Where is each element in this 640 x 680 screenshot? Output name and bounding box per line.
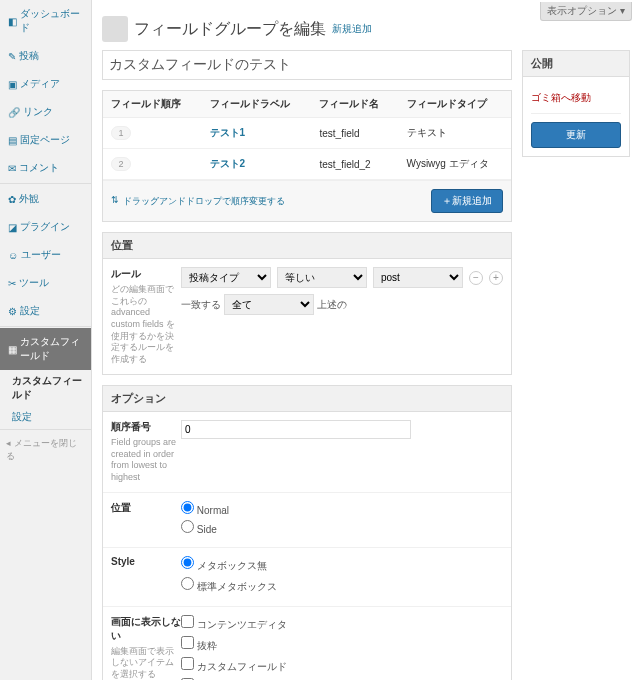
options-heading: オプション — [103, 386, 511, 412]
position-option[interactable]: Side — [181, 520, 503, 535]
menu-label: ユーザー — [21, 248, 61, 262]
main-content: 表示オプション ▾ フィールドグループを編集 新規追加 フィールド順序フィールド… — [92, 0, 640, 680]
field-col-header: フィールドタイプ — [399, 91, 511, 118]
submenu-item[interactable]: 設定 — [0, 406, 91, 428]
menu-item[interactable]: ✿外観 — [0, 185, 91, 213]
hide-option[interactable]: 抜粋 — [181, 636, 503, 653]
drag-icon: ⇅ — [111, 195, 119, 208]
menu-label: プラグイン — [20, 220, 70, 234]
update-button[interactable]: 更新 — [531, 122, 621, 148]
admin-sidebar: ◧ダッシュボード✎投稿▣メディア🔗リンク▤固定ページ✉コメント ✿外観◪プラグイ… — [0, 0, 92, 680]
hide-option[interactable]: コンテンツエディタ — [181, 615, 503, 632]
menu-label: ツール — [19, 276, 49, 290]
rule-desc: どの編集画面でこれらの advanced custom fields を使用する… — [111, 284, 181, 366]
trash-link[interactable]: ゴミ箱へ移動 — [531, 85, 621, 113]
menu-label: 設定 — [20, 304, 40, 318]
menu-item[interactable]: ✉コメント — [0, 154, 91, 182]
menu-icon: ✂ — [8, 278, 16, 289]
style-option[interactable]: 標準メタボックス — [181, 577, 503, 594]
order-desc: Field groups are created in order from l… — [111, 437, 181, 484]
collapse-menu-button[interactable]: ◂ メニューを閉じる — [0, 431, 91, 469]
field-order: 2 — [111, 157, 131, 171]
menu-icon: ◧ — [8, 16, 17, 27]
field-col-header: フィールド名 — [311, 91, 398, 118]
add-field-button[interactable]: ＋新規追加 — [431, 189, 503, 213]
style-option[interactable]: メタボックス無 — [181, 556, 503, 573]
rule-label: ルール — [111, 268, 141, 279]
field-row[interactable]: 2テスト2test_field_2Wysiwyg エディタ — [103, 149, 511, 180]
menu-icon: ✿ — [8, 194, 16, 205]
menu-icon: ▣ — [8, 79, 17, 90]
location-box: 位置 ルールどの編集画面でこれらの advanced custom fields… — [102, 232, 512, 375]
field-type: テキスト — [399, 118, 511, 149]
field-name: test_field — [311, 118, 398, 149]
page-icon — [102, 16, 128, 42]
rule-value-select[interactable]: post — [373, 267, 463, 288]
menu-item[interactable]: ☺ユーザー — [0, 241, 91, 269]
menu-label: カスタムフィールド — [20, 335, 85, 363]
menu-label: 投稿 — [19, 49, 39, 63]
menu-label: 外観 — [19, 192, 39, 206]
field-label-link[interactable]: テスト1 — [210, 127, 246, 138]
rule-add-button[interactable]: + — [489, 271, 503, 285]
menu-icon: ✉ — [8, 163, 16, 174]
menu-custom-fields[interactable]: ▦ カスタムフィールド — [0, 328, 91, 370]
menu-item[interactable]: ⚙設定 — [0, 297, 91, 325]
publish-heading: 公開 — [523, 51, 629, 77]
menu-icon: ✎ — [8, 51, 16, 62]
position-label: 位置 — [111, 501, 181, 539]
publish-box: 公開 ゴミ箱へ移動 更新 — [522, 50, 630, 157]
hide-label: 画面に表示しない — [111, 616, 181, 641]
page-title: フィールドグループを編集 — [134, 19, 326, 40]
menu-item[interactable]: ✎投稿 — [0, 42, 91, 70]
group-title-input[interactable] — [102, 50, 512, 80]
add-new-link[interactable]: 新規追加 — [332, 22, 372, 36]
field-name: test_field_2 — [311, 149, 398, 180]
menu-icon: ▤ — [8, 135, 17, 146]
menu-item[interactable]: 🔗リンク — [0, 98, 91, 126]
field-col-header: フィールド順序 — [103, 91, 202, 118]
menu-item[interactable]: ◧ダッシュボード — [0, 0, 91, 42]
field-col-header: フィールドラベル — [202, 91, 312, 118]
screen-options-toggle[interactable]: 表示オプション ▾ — [540, 2, 632, 21]
order-label: 順序番号 — [111, 421, 151, 432]
position-option[interactable]: Normal — [181, 501, 503, 516]
rule-remove-button[interactable]: − — [469, 271, 483, 285]
field-label-link[interactable]: テスト2 — [210, 158, 246, 169]
match-select[interactable]: 全て — [224, 294, 314, 315]
hide-option[interactable]: カスタムフィールド — [181, 657, 503, 674]
custom-fields-icon: ▦ — [8, 344, 17, 355]
location-heading: 位置 — [103, 233, 511, 259]
field-row[interactable]: 1テスト1test_fieldテキスト — [103, 118, 511, 149]
style-label: Style — [111, 556, 181, 598]
menu-icon: ◪ — [8, 222, 17, 233]
menu-item[interactable]: ✂ツール — [0, 269, 91, 297]
rule-param-select[interactable]: 投稿タイプ — [181, 267, 271, 288]
menu-label: メディア — [20, 77, 60, 91]
field-order: 1 — [111, 126, 131, 140]
drag-hint: ⇅ドラッグアンドドロップで順序変更する — [111, 195, 285, 208]
rule-operator-select[interactable]: 等しい — [277, 267, 367, 288]
menu-label: 固定ページ — [20, 133, 70, 147]
menu-label: ダッシュボード — [20, 7, 85, 35]
menu-icon: ☺ — [8, 250, 18, 261]
field-type: Wysiwyg エディタ — [399, 149, 511, 180]
menu-item[interactable]: ◪プラグイン — [0, 213, 91, 241]
menu-item[interactable]: ▤固定ページ — [0, 126, 91, 154]
options-box: オプション 順序番号Field groups are created in or… — [102, 385, 512, 680]
menu-label: コメント — [19, 161, 59, 175]
menu-icon: ⚙ — [8, 306, 17, 317]
menu-item[interactable]: ▣メディア — [0, 70, 91, 98]
fields-box: フィールド順序フィールドラベルフィールド名フィールドタイプ 1テスト1test_… — [102, 90, 512, 222]
menu-icon: 🔗 — [8, 107, 20, 118]
submenu-item[interactable]: カスタムフィールド — [0, 370, 91, 406]
menu-label: リンク — [23, 105, 53, 119]
order-input[interactable] — [181, 420, 411, 439]
